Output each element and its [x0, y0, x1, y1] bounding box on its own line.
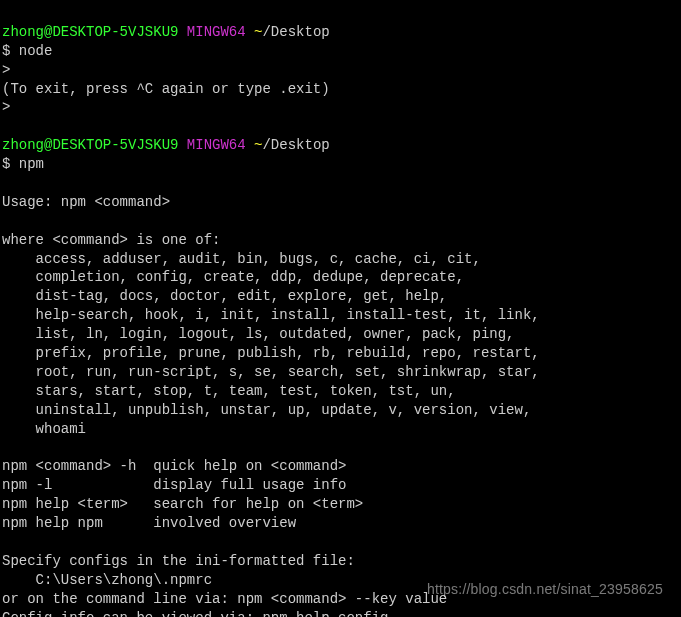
- watermark: https://blog.csdn.net/sinat_23958625: [427, 580, 663, 599]
- npm-cmd-list: prefix, profile, prune, publish, rb, reb…: [2, 345, 540, 361]
- prompt-user: zhong@DESKTOP-5VJSKU9: [2, 137, 178, 153]
- npm-cmd-list: dist-tag, docs, doctor, edit, explore, g…: [2, 288, 447, 304]
- npm-help-line: npm <command> -h quick help on <command>: [2, 458, 346, 474]
- npm-cmd-list: list, ln, login, logout, ls, outdated, o…: [2, 326, 514, 342]
- cmd-npm: npm: [19, 156, 44, 172]
- prompt-user: zhong@DESKTOP-5VJSKU9: [2, 24, 178, 40]
- npm-help-line: npm -l display full usage info: [2, 477, 346, 493]
- npm-help-line: npm help npm involved overview: [2, 515, 296, 531]
- npm-cmd-list: completion, config, create, ddp, dedupe,…: [2, 269, 464, 285]
- node-repl-line: >: [2, 62, 10, 78]
- node-repl-line: >: [2, 99, 10, 115]
- prompt-path: /Desktop: [262, 24, 329, 40]
- node-exit-hint: (To exit, press ^C again or type .exit): [2, 81, 330, 97]
- npm-config-path: C:\Users\zhong\.npmrc: [2, 572, 212, 588]
- npm-config-line: or on the command line via: npm <command…: [2, 591, 447, 607]
- terminal[interactable]: zhong@DESKTOP-5VJSKU9 MINGW64 ~/Desktop …: [0, 0, 681, 617]
- npm-config-line: Config info can be viewed via: npm help …: [2, 610, 388, 618]
- npm-usage: Usage: npm <command>: [2, 194, 170, 210]
- prompt-env: MINGW64: [187, 137, 246, 153]
- npm-help-line: npm help <term> search for help on <term…: [2, 496, 363, 512]
- prompt-path: /Desktop: [262, 137, 329, 153]
- cmd-node: node: [19, 43, 53, 59]
- npm-cmd-list: help-search, hook, i, init, install, ins…: [2, 307, 540, 323]
- prompt-sigil: $: [2, 156, 19, 172]
- prompt-env: MINGW64: [187, 24, 246, 40]
- npm-cmd-list: whoami: [2, 421, 86, 437]
- npm-cmd-list: stars, start, stop, t, team, test, token…: [2, 383, 456, 399]
- npm-where: where <command> is one of:: [2, 232, 220, 248]
- npm-config-line: Specify configs in the ini-formatted fil…: [2, 553, 355, 569]
- npm-cmd-list: root, run, run-script, s, se, search, se…: [2, 364, 540, 380]
- prompt-sigil: $: [2, 43, 19, 59]
- npm-cmd-list: access, adduser, audit, bin, bugs, c, ca…: [2, 251, 481, 267]
- npm-cmd-list: uninstall, unpublish, unstar, up, update…: [2, 402, 531, 418]
